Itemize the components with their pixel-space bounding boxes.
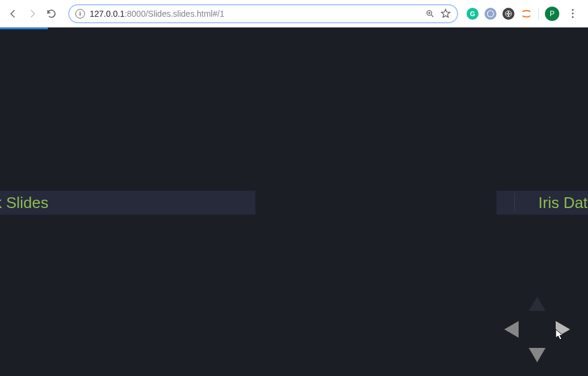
- nav-right-arrow[interactable]: [556, 321, 570, 338]
- nav-left-arrow[interactable]: [504, 321, 519, 338]
- back-button[interactable]: [5, 5, 22, 22]
- toolbar-separator: [538, 8, 539, 20]
- extension-grammarly-icon[interactable]: G: [467, 8, 479, 20]
- nav-down-arrow[interactable]: [529, 348, 546, 362]
- slide-nav-controls: [504, 296, 570, 362]
- extension-icons: G P: [467, 7, 583, 21]
- extension-jupyter-icon[interactable]: [520, 8, 532, 20]
- nav-up-arrow[interactable]: [529, 296, 546, 311]
- slide-divider: [514, 193, 515, 212]
- prev-slide-peek[interactable]: k Slides: [0, 191, 255, 215]
- zoom-icon[interactable]: [425, 8, 435, 19]
- page-viewport: k Slides Iris Data: [0, 27, 588, 376]
- site-info-icon[interactable]: i: [75, 9, 85, 19]
- reload-button[interactable]: [43, 5, 60, 22]
- next-slide-title-fragment: Iris Data: [538, 194, 588, 212]
- svg-point-1: [488, 10, 494, 17]
- url-text: 127.0.0.1:8000/Slides.slides.html#/1: [90, 9, 420, 19]
- extension-icon-3[interactable]: [502, 8, 514, 20]
- next-slide-peek[interactable]: Iris Data: [496, 191, 588, 215]
- slide-progress-bar: [0, 27, 48, 29]
- browser-toolbar: i 127.0.0.1:8000/Slides.slides.html#/1 G…: [0, 0, 588, 27]
- address-bar[interactable]: i 127.0.0.1:8000/Slides.slides.html#/1: [68, 4, 458, 23]
- prev-slide-title-fragment: k Slides: [0, 194, 48, 212]
- profile-avatar[interactable]: P: [545, 7, 559, 21]
- extension-icon-2[interactable]: [485, 8, 496, 20]
- bookmark-star-icon[interactable]: [440, 8, 451, 19]
- forward-button[interactable]: [24, 5, 41, 22]
- chrome-menu-button[interactable]: [565, 7, 580, 21]
